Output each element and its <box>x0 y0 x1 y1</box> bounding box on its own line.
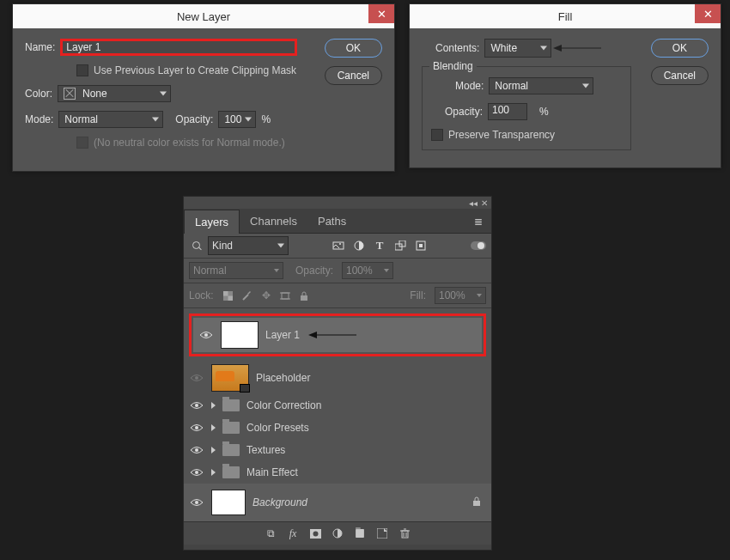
layer-row-background[interactable]: Background <box>184 484 491 521</box>
adjustment-layer-icon[interactable] <box>332 527 344 539</box>
lock-artboard-icon[interactable] <box>279 289 291 301</box>
svg-point-28 <box>195 471 198 474</box>
blend-mode-panel-dropdown[interactable]: Normal <box>189 262 283 279</box>
group-icon[interactable] <box>354 527 366 539</box>
svg-rect-34 <box>377 528 387 539</box>
lock-pixels-icon[interactable] <box>241 289 253 301</box>
ok-button[interactable]: OK <box>325 39 382 58</box>
preserve-transparency-label: Preserve Transparency <box>448 129 555 141</box>
svg-point-5 <box>339 243 341 245</box>
lock-all-icon[interactable] <box>298 289 310 301</box>
filter-type-icon[interactable]: T <box>374 240 386 252</box>
blend-mode-label: Mode: <box>25 113 53 125</box>
group-name[interactable]: Textures <box>246 444 285 456</box>
layer-row-placeholder[interactable]: Placeholder <box>184 362 491 394</box>
close-icon[interactable]: ✕ <box>368 4 394 23</box>
group-name[interactable]: Color Presets <box>246 422 309 434</box>
layer-group-main-effect[interactable]: Main Effect <box>184 461 491 484</box>
new-layer-icon[interactable] <box>376 527 388 539</box>
cancel-button[interactable]: Cancel <box>651 66 709 85</box>
svg-rect-10 <box>419 244 423 247</box>
panel-menu-icon[interactable]: ≣ <box>465 210 491 233</box>
fill-opacity-unit: % <box>539 106 549 118</box>
visibility-eye-icon[interactable] <box>189 423 204 432</box>
tab-paths[interactable]: Paths <box>307 210 356 233</box>
opacity-input[interactable]: 100 <box>218 111 256 128</box>
visibility-eye-icon[interactable] <box>189 468 204 477</box>
panel-fill-input[interactable]: 100% <box>435 287 486 304</box>
contents-dropdown[interactable]: White <box>484 39 551 58</box>
filter-adjustment-icon[interactable] <box>353 240 365 252</box>
group-name[interactable]: Main Effect <box>246 466 298 478</box>
smart-object-badge-icon <box>240 384 250 393</box>
layer-group-color-presets[interactable]: Color Presets <box>184 417 491 439</box>
visibility-eye-icon[interactable] <box>189 498 204 507</box>
lock-position-icon[interactable]: ✥ <box>260 289 272 301</box>
layer-name[interactable]: Background <box>252 496 307 508</box>
folder-icon <box>222 399 240 411</box>
svg-line-4 <box>336 245 339 248</box>
chevron-right-icon[interactable] <box>211 424 216 431</box>
cancel-button[interactable]: Cancel <box>325 66 382 85</box>
visibility-eye-icon[interactable] <box>189 401 204 410</box>
fill-mode-dropdown[interactable]: Normal <box>489 77 593 94</box>
folder-icon <box>222 466 240 478</box>
visibility-eye-icon[interactable] <box>198 331 214 339</box>
layer-row-layer1[interactable]: Layer 1 <box>193 318 482 352</box>
visibility-eye-icon[interactable] <box>189 446 204 454</box>
filter-toggle-icon[interactable] <box>471 240 486 252</box>
layer-name[interactable]: Placeholder <box>256 372 310 384</box>
svg-point-21 <box>204 333 208 337</box>
layer-name[interactable]: Layer 1 <box>265 329 300 341</box>
fill-title: Fill <box>410 10 721 23</box>
chevron-right-icon[interactable] <box>211 402 216 409</box>
close-icon[interactable]: ✕ <box>695 4 721 23</box>
layer-mask-icon[interactable] <box>309 527 321 539</box>
fill-opacity-input[interactable]: 100 <box>488 103 527 120</box>
group-name[interactable]: Color Correction <box>246 399 321 411</box>
folder-icon <box>222 422 240 434</box>
layer-group-textures[interactable]: Textures <box>184 439 491 461</box>
layer-group-color-correction[interactable]: Color Correction <box>184 394 491 417</box>
blend-mode-dropdown[interactable]: Normal <box>58 111 163 128</box>
filter-pixel-icon[interactable] <box>332 240 344 252</box>
chevron-right-icon[interactable] <box>211 447 216 453</box>
color-dropdown[interactable]: None <box>58 85 171 102</box>
tab-layers[interactable]: Layers <box>184 210 240 234</box>
svg-rect-30 <box>473 501 480 506</box>
trash-icon[interactable] <box>398 527 411 539</box>
layer-name-input[interactable]: Layer 1 <box>60 39 297 56</box>
opacity-unit: % <box>261 113 271 125</box>
layer-style-icon[interactable]: fx <box>287 527 299 539</box>
panel-grip[interactable] <box>184 545 491 550</box>
new-layer-title: New Layer <box>13 10 394 23</box>
search-icon <box>192 241 201 250</box>
link-layers-icon[interactable]: ⧉ <box>265 527 277 539</box>
blending-legend: Blending <box>429 60 477 72</box>
collapse-chevrons-icon[interactable]: ◂◂ <box>469 198 478 208</box>
svg-line-16 <box>243 295 248 300</box>
layer-thumb <box>221 321 259 349</box>
lock-transparency-icon[interactable] <box>222 289 234 301</box>
clipping-mask-checkbox[interactable] <box>76 64 88 76</box>
svg-marker-1 <box>553 45 562 52</box>
lock-icon <box>472 496 481 508</box>
svg-rect-35 <box>402 531 408 538</box>
panel-close-icon[interactable]: ✕ <box>481 198 488 208</box>
contents-label: Contents: <box>435 42 479 54</box>
panel-opacity-input[interactable]: 100% <box>342 262 393 279</box>
chevron-right-icon[interactable] <box>211 469 216 476</box>
filter-kind-dropdown[interactable]: Kind <box>208 236 289 255</box>
filter-row: Kind T <box>184 234 491 258</box>
clipping-mask-label: Use Previous Layer to Create Clipping Ma… <box>94 64 296 76</box>
svg-point-12 <box>478 242 484 249</box>
panel-fill-label: Fill: <box>410 289 426 301</box>
visibility-eye-icon[interactable] <box>189 374 204 382</box>
svg-rect-14 <box>223 291 228 296</box>
svg-marker-23 <box>308 332 317 338</box>
tab-channels[interactable]: Channels <box>240 210 307 233</box>
filter-smartobject-icon[interactable] <box>415 240 427 252</box>
preserve-transparency-checkbox[interactable] <box>431 129 443 141</box>
filter-shape-icon[interactable] <box>394 240 406 252</box>
ok-button[interactable]: OK <box>651 39 709 58</box>
